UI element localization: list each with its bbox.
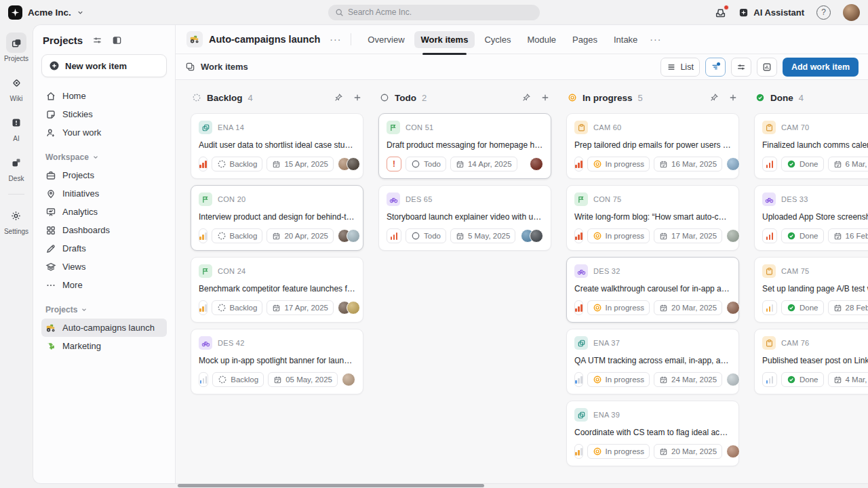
- work-item-card[interactable]: CAM 60Prep tailored drip emails for powe…: [566, 113, 739, 179]
- due-date-chip[interactable]: 24 Mar, 2025: [654, 372, 722, 387]
- assignee-avatars[interactable]: [726, 301, 740, 314]
- add-card-icon[interactable]: [353, 93, 362, 102]
- priority-high-chip[interactable]: [574, 228, 583, 243]
- priority-high-chip[interactable]: [387, 228, 401, 243]
- due-date-chip[interactable]: 05 May, 2025: [268, 372, 338, 387]
- due-date-chip[interactable]: 17 Apr, 2025: [267, 300, 334, 315]
- due-date-chip[interactable]: 17 Mar, 2025: [654, 228, 722, 243]
- work-item-card[interactable]: CON 24Benchmark competitor feature launc…: [191, 257, 363, 323]
- state-chip[interactable]: Backlog: [212, 372, 264, 387]
- work-item-card[interactable]: ENA 37QA UTM tracking across email, in-a…: [566, 329, 739, 394]
- due-date-chip[interactable]: 20 Mar, 2025: [654, 444, 722, 459]
- tab-cycles[interactable]: Cycles: [477, 31, 517, 48]
- list-view-button[interactable]: List: [660, 58, 699, 77]
- work-item-card[interactable]: DES 65Storyboard launch explainer video …: [378, 185, 551, 251]
- assignee-avatars[interactable]: [521, 229, 543, 243]
- pin-icon[interactable]: [709, 93, 719, 102]
- sidebar-collapse-icon[interactable]: [112, 35, 122, 45]
- priority-high-chip[interactable]: [199, 157, 208, 171]
- state-chip[interactable]: Done: [781, 228, 824, 243]
- tab-pages[interactable]: Pages: [566, 31, 604, 48]
- new-work-item-button[interactable]: New work item: [41, 54, 167, 77]
- state-chip[interactable]: In progress: [587, 157, 650, 171]
- sidebar-item-auto-campaigns-launch[interactable]: Auto-campaigns launch: [41, 319, 167, 337]
- sidebar-item-analytics[interactable]: Analytics: [41, 203, 167, 221]
- horizontal-scrollbar[interactable]: [178, 484, 484, 487]
- sidebar-filter-icon[interactable]: [92, 35, 102, 45]
- tab-module[interactable]: Module: [520, 31, 563, 48]
- priority-low-chip[interactable]: [762, 372, 777, 387]
- sidebar-item-more[interactable]: More: [41, 276, 167, 294]
- rail-item-projects[interactable]: Projects: [4, 33, 28, 62]
- pin-icon[interactable]: [521, 93, 531, 102]
- state-chip[interactable]: Todo: [406, 157, 446, 171]
- state-chip[interactable]: Backlog: [212, 300, 263, 315]
- due-date-chip[interactable]: 6 Mar, 20: [828, 157, 868, 171]
- assignee-avatars[interactable]: [726, 157, 740, 171]
- state-chip[interactable]: Backlog: [212, 228, 263, 243]
- user-avatar[interactable]: [843, 4, 860, 21]
- pin-icon[interactable]: [334, 93, 343, 102]
- work-item-card[interactable]: DES 42Mock up in-app spotlight banner fo…: [191, 329, 363, 394]
- sidebar-item-views[interactable]: Views: [41, 258, 167, 276]
- workspace-switcher[interactable]: Acme Inc.: [8, 5, 84, 20]
- due-date-chip[interactable]: 16 Mar, 2025: [654, 157, 722, 171]
- state-chip[interactable]: In progress: [587, 300, 650, 315]
- due-date-chip[interactable]: 20 Apr, 2025: [267, 228, 334, 243]
- sidebar-item-marketing[interactable]: Marketing: [41, 337, 167, 355]
- sidebar-section-workspace[interactable]: Workspace: [45, 152, 163, 162]
- work-item-card[interactable]: CON 75Write long-form blog: “How smart a…: [566, 185, 739, 251]
- work-item-card[interactable]: DES 32Create walkthrough carousel for in…: [566, 257, 739, 323]
- assignee-avatars[interactable]: [338, 157, 360, 171]
- project-more-button[interactable]: ···: [327, 34, 344, 45]
- work-item-card[interactable]: DES 33Uploaded App Store screenshoDone16…: [754, 185, 868, 251]
- ai-assistant-button[interactable]: AI Assistant: [738, 7, 804, 18]
- state-chip[interactable]: In progress: [587, 228, 650, 243]
- work-item-card[interactable]: CAM 70Finalized launch comms calendDone6…: [754, 113, 868, 179]
- sidebar-item-your-work[interactable]: Your work: [41, 123, 167, 142]
- sidebar-item-drafts[interactable]: Drafts: [41, 239, 167, 258]
- priority-medium-chip[interactable]: [574, 444, 583, 459]
- sidebar-item-initiatives[interactable]: Initiatives: [41, 184, 167, 203]
- priority-high-chip[interactable]: [574, 300, 583, 315]
- priority-low-chip[interactable]: [574, 372, 583, 387]
- work-item-card[interactable]: CON 51Draft product messaging for homepa…: [378, 113, 551, 179]
- work-item-card[interactable]: ENA 39Coordinate with CS team to flag id…: [566, 401, 739, 466]
- tab-overview[interactable]: Overview: [361, 31, 411, 48]
- state-chip[interactable]: Done: [781, 300, 824, 315]
- sidebar-item-projects[interactable]: Projects: [41, 166, 167, 184]
- work-item-card[interactable]: CON 20Interview product and design for b…: [191, 185, 363, 251]
- due-date-chip[interactable]: 4 Mar, 20: [828, 372, 868, 387]
- assignee-avatars[interactable]: [342, 373, 355, 386]
- filters-button[interactable]: [705, 58, 726, 77]
- assignee-avatars[interactable]: [338, 301, 360, 314]
- sidebar-item-home[interactable]: Home: [41, 87, 167, 105]
- due-date-chip[interactable]: 14 Apr, 2025: [450, 157, 517, 171]
- add-card-icon[interactable]: [728, 93, 738, 102]
- inbox-button[interactable]: [715, 7, 726, 18]
- rail-item-wiki[interactable]: Wiki: [6, 73, 26, 102]
- rail-item-desk[interactable]: Desk: [6, 152, 26, 182]
- priority-high-chip[interactable]: [762, 157, 777, 171]
- due-date-chip[interactable]: 16 Feb, 20: [828, 228, 868, 243]
- state-chip[interactable]: In progress: [587, 372, 650, 387]
- due-date-chip[interactable]: 28 Feb, 2: [828, 300, 868, 315]
- sidebar-item-dashboards[interactable]: Dashboards: [41, 221, 167, 239]
- priority-high-chip[interactable]: [574, 157, 583, 171]
- priority-medium-chip[interactable]: [199, 300, 208, 315]
- state-chip[interactable]: Done: [781, 372, 824, 387]
- rail-item-settings[interactable]: Settings: [4, 205, 28, 235]
- state-chip[interactable]: Todo: [406, 228, 446, 243]
- assignee-avatars[interactable]: [726, 445, 740, 458]
- help-button[interactable]: ?: [816, 5, 831, 20]
- priority-medium-chip[interactable]: [762, 300, 777, 315]
- tabs-more-button[interactable]: ···: [647, 34, 664, 45]
- global-search-input[interactable]: Search Acme Inc.: [328, 5, 540, 20]
- tab-work-items[interactable]: Work items: [414, 31, 475, 48]
- state-chip[interactable]: Backlog: [212, 157, 263, 171]
- state-chip[interactable]: In progress: [587, 444, 650, 459]
- analytics-view-button[interactable]: [757, 58, 777, 77]
- add-work-item-button[interactable]: Add work item: [783, 58, 859, 77]
- priority-high-chip[interactable]: [762, 228, 777, 243]
- display-settings-button[interactable]: [731, 58, 751, 77]
